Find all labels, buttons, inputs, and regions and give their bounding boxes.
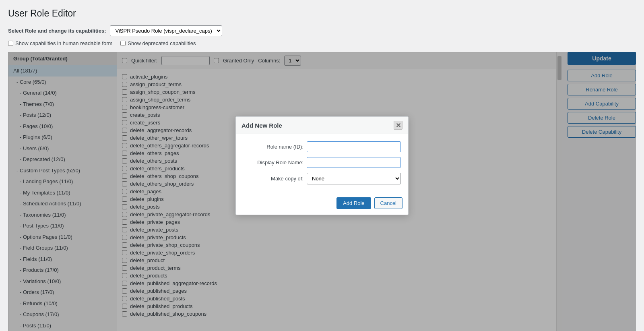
role-name-input[interactable] bbox=[307, 141, 401, 152]
human-readable-checkbox[interactable] bbox=[8, 41, 13, 46]
page-title: User Role Editor bbox=[8, 8, 636, 19]
make-copy-label: Make copy of: bbox=[243, 176, 303, 182]
modal-body: Role name (ID): Display Role Name: Make … bbox=[236, 134, 408, 194]
checkboxes-row: Show capabilities in human readable form… bbox=[8, 40, 636, 46]
modal-overlay: Add New Role ✕ Role name (ID): Display R… bbox=[8, 52, 636, 331]
main-layout: Group (Total/Granted) All (181/7)- Core … bbox=[8, 52, 636, 331]
role-name-field: Role name (ID): bbox=[243, 141, 401, 152]
make-copy-field: Make copy of: None bbox=[243, 173, 401, 184]
display-name-label: Display Role Name: bbox=[243, 159, 303, 166]
make-copy-select[interactable]: None bbox=[307, 173, 401, 184]
display-name-input[interactable] bbox=[307, 157, 401, 168]
modal-title: Add New Role bbox=[242, 122, 282, 129]
page-wrap: User Role Editor Select Role and change … bbox=[0, 0, 644, 331]
modal-header: Add New Role ✕ bbox=[236, 117, 408, 134]
human-readable-checkbox-label[interactable]: Show capabilities in human readable form bbox=[8, 40, 112, 46]
role-select[interactable]: ViSPR Pseudo Role (vispr_declare_caps) bbox=[110, 25, 222, 36]
modal-close-button[interactable]: ✕ bbox=[394, 121, 402, 130]
modal-cancel-button[interactable]: Cancel bbox=[374, 197, 402, 209]
add-role-modal: Add New Role ✕ Role name (ID): Display R… bbox=[235, 116, 409, 215]
deprecated-checkbox[interactable] bbox=[120, 41, 126, 46]
modal-footer: Add Role Cancel bbox=[236, 194, 408, 215]
role-select-label: Select Role and change its capabilities: bbox=[8, 28, 106, 34]
deprecated-checkbox-label[interactable]: Show deprecated capabilities bbox=[120, 40, 196, 46]
top-bar: Select Role and change its capabilities:… bbox=[8, 25, 636, 36]
display-name-field: Display Role Name: bbox=[243, 157, 401, 168]
role-name-label: Role name (ID): bbox=[243, 144, 303, 150]
modal-add-role-button[interactable]: Add Role bbox=[336, 197, 371, 209]
